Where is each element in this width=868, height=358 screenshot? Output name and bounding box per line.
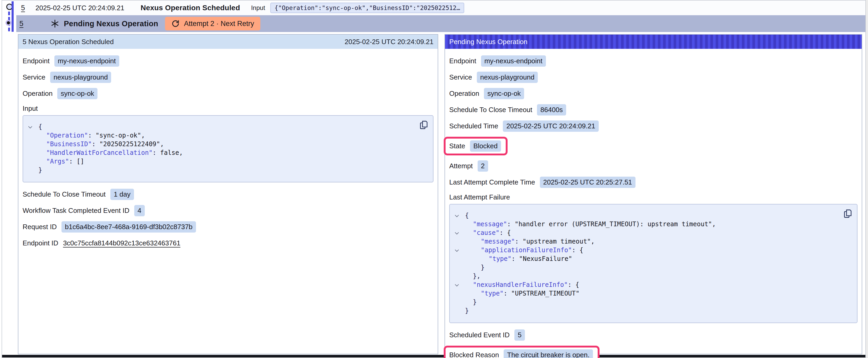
event-detail-panel: 5 Nexus Operation Scheduled 2025-02-25 U… (18, 34, 438, 354)
field-value-chip: sync-op-ok (57, 88, 97, 99)
chevron-down-icon[interactable] (454, 214, 460, 219)
field-row-schedule-to-close-timeout: Schedule To Close Timeout1 day (23, 189, 433, 200)
field-value-chip: 2025-02-25 UTC 20:24:09.21 (503, 121, 598, 132)
field-label: Scheduled Time (449, 122, 498, 130)
next-row-divider (2, 355, 865, 357)
timeline-mask (5, 32, 15, 92)
field-row-service: Servicenexus-playground (449, 72, 858, 83)
field-value-chip: 5 (515, 329, 525, 341)
field-row-scheduled-event-id: Scheduled Event ID5 (449, 329, 858, 341)
field-value-chip: 1 day (110, 189, 134, 200)
field-label: State (449, 142, 465, 150)
field-row-attempt: Attempt2 (449, 160, 858, 172)
field-value-chip: 2025-02-25 UTC 20:25:27.51 (540, 176, 636, 188)
field-row-scheduled-time: Scheduled Time2025-02-25 UTC 20:24:09.21 (449, 121, 858, 132)
code-line: "cause": { (450, 229, 839, 237)
pending-event-title: Pending Nexus Operation (64, 20, 158, 28)
failure-json-viewer: {"message": "handler error (UPSTREAM_TIM… (449, 204, 858, 323)
copy-icon[interactable] (843, 209, 853, 219)
code-lines: {"Operation": "sync-op-ok","BusinessID":… (23, 123, 414, 174)
field-row-request-id: Request IDb1c6a4bc-8ee7-468a-9169-df3b02… (23, 221, 433, 232)
event-input-label: Input (251, 4, 265, 11)
field-label: Operation (23, 90, 53, 98)
field-label: Last Attempt Complete Time (449, 178, 535, 186)
field-label-input: Input (23, 104, 38, 112)
workflow-history-view: 5 2025-02-25 UTC 20:24:09.21 Nexus Opera… (2, 0, 866, 358)
code-line: { (23, 123, 414, 131)
event-timestamp: 2025-02-25 UTC 20:24:09.21 (35, 4, 124, 12)
pending-operation-panel-header: Pending Nexus Operation (445, 35, 862, 49)
event-row-pending-nexus-operation[interactable]: 5 Pending Nexus Operation Attempt 2 · Ne… (16, 15, 865, 32)
field-label: Endpoint (23, 57, 50, 65)
field-row-workflow-task-completed-event-id: Workflow Task Completed Event ID4 (23, 205, 433, 216)
code-line: "applicationFailureInfo": { (450, 246, 839, 255)
code-line: "message": "upstream timeout", (450, 237, 839, 246)
annotation-highlight-blocked-reason: Blocked ReasonThe circuit breaker is ope… (444, 346, 599, 358)
chevron-down-icon[interactable] (454, 231, 460, 236)
field-value-chip: nexus-playground (477, 72, 538, 83)
event-title: Nexus Operation Scheduled (141, 4, 240, 12)
event-marker-current-icon (5, 20, 11, 26)
code-line: "HandlerWaitForCancellation": false, (23, 149, 414, 157)
pending-asterisk-icon (50, 19, 60, 28)
event-detail-panel-header: 5 Nexus Operation Scheduled 2025-02-25 U… (19, 35, 438, 49)
field-row-endpoint-id: Endpoint ID3c0c75ccfa8144b092c13ce632463… (23, 237, 433, 249)
event-id-link[interactable]: 5 (20, 20, 23, 28)
field-value-chip: The circuit breaker is open. (504, 349, 593, 358)
field-label: Request ID (23, 223, 57, 231)
code-line: } (23, 166, 414, 174)
code-line: } (450, 298, 839, 306)
field-label: Scheduled Event ID (449, 331, 510, 339)
panel-timestamp: 2025-02-25 UTC 20:24:09.21 (345, 38, 433, 46)
chevron-down-icon[interactable] (454, 248, 460, 253)
field-row-last-attempt-complete-time: Last Attempt Complete Time2025-02-25 UTC… (449, 176, 858, 188)
retry-icon (171, 20, 180, 28)
code-line: "BusinessID": "20250225122409", (23, 140, 414, 149)
event-row-nexus-operation-scheduled[interactable]: 5 2025-02-25 UTC 20:24:09.21 Nexus Opera… (14, 1, 865, 15)
panel-title: 5 Nexus Operation Scheduled (23, 38, 114, 46)
field-value-chip: 4 (134, 205, 145, 216)
field-row-endpoint: Endpointmy-nexus-endpoint (449, 55, 858, 67)
chevron-down-icon[interactable] (28, 125, 33, 130)
selected-event-indicator (11, 1, 14, 32)
field-row-service: Servicenexus-playground (23, 72, 433, 83)
field-label-last-attempt-failure: Last Attempt Failure (449, 193, 510, 201)
attempt-retry-badge: Attempt 2 · Next Retry (165, 17, 260, 30)
field-label: Schedule To Close Timeout (23, 190, 105, 198)
code-line: }, (450, 272, 839, 281)
field-row-schedule-to-close-timeout: Schedule To Close Timeout86400s (449, 104, 858, 116)
event-id-link[interactable]: 5 (21, 4, 25, 12)
field-value-chip: 2 (477, 160, 488, 172)
event-input-preview-chip: {"Operation":"sync-op-ok","BusinessID":"… (270, 3, 464, 13)
input-json-viewer: {"Operation": "sync-op-ok","BusinessID":… (23, 115, 433, 183)
panel-title: Pending Nexus Operation (449, 38, 528, 46)
field-label: Schedule To Close Timeout (449, 106, 532, 114)
field-value-link[interactable]: 3c0c75ccfa8144b092c13ce632463761 (63, 239, 181, 247)
code-lines: {"message": "handler error (UPSTREAM_TIM… (450, 211, 839, 315)
field-label: Service (449, 73, 472, 82)
field-row-operation: Operationsync-op-ok (449, 88, 858, 99)
field-label: Workflow Task Completed Event ID (23, 206, 129, 215)
field-label: Endpoint (449, 57, 476, 65)
annotation-highlight-state: StateBlocked (444, 137, 507, 155)
code-line: } (450, 263, 839, 272)
chevron-down-icon[interactable] (454, 283, 460, 288)
code-line: "type": "NexusFailure" (450, 255, 839, 263)
field-row-endpoint: Endpointmy-nexus-endpoint (23, 55, 433, 67)
code-line: { (450, 211, 839, 220)
code-line: "message": "handler error (UPSTREAM_TIME… (450, 220, 839, 229)
code-line: "Operation": "sync-op-ok", (23, 131, 414, 140)
field-value-chip: my-nexus-endpoint (481, 55, 546, 67)
field-value-chip: my-nexus-endpoint (54, 55, 119, 67)
pending-operation-panel: Pending Nexus Operation Endpointmy-nexus… (444, 34, 862, 354)
code-line: } (450, 306, 839, 315)
field-row-state: StateBlocked (449, 137, 858, 155)
copy-icon[interactable] (419, 120, 429, 130)
field-label: Attempt (449, 162, 473, 170)
field-row-operation: Operationsync-op-ok (23, 88, 433, 99)
field-value-chip: sync-op-ok (484, 88, 524, 99)
field-value-chip: Blocked (470, 140, 501, 152)
code-line: "nexusHandlerFailureInfo": { (450, 281, 839, 289)
field-value-chip: 86400s (537, 104, 566, 116)
field-value-chip: b1c6a4bc-8ee7-468a-9169-df3b02c8737b (61, 221, 196, 232)
